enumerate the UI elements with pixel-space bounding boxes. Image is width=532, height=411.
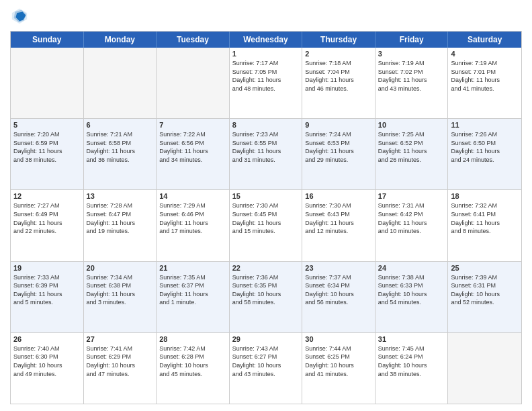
day-cell-24: 24Sunrise: 7:38 AM Sunset: 6:33 PM Dayli… — [375, 262, 449, 332]
day-details: Sunrise: 7:41 AM Sunset: 6:29 PM Dayligh… — [87, 345, 154, 378]
day-number: 28 — [159, 335, 226, 343]
day-cell-19: 19Sunrise: 7:33 AM Sunset: 6:39 PM Dayli… — [11, 262, 84, 332]
calendar-body: 1Sunrise: 7:17 AM Sunset: 7:05 PM Daylig… — [11, 48, 521, 404]
day-details: Sunrise: 7:45 AM Sunset: 6:24 PM Dayligh… — [378, 345, 445, 378]
day-cell-7: 7Sunrise: 7:22 AM Sunset: 6:56 PM Daylig… — [157, 119, 230, 189]
header-cell-saturday: Saturday — [448, 32, 521, 48]
day-details: Sunrise: 7:32 AM Sunset: 6:41 PM Dayligh… — [451, 201, 519, 235]
day-number: 27 — [87, 335, 154, 343]
day-cell-14: 14Sunrise: 7:29 AM Sunset: 6:46 PM Dayli… — [157, 190, 230, 261]
day-number: 5 — [13, 121, 81, 129]
day-details: Sunrise: 7:25 AM Sunset: 6:52 PM Dayligh… — [378, 130, 445, 164]
day-cell-5: 5Sunrise: 7:20 AM Sunset: 6:59 PM Daylig… — [11, 119, 84, 189]
day-details: Sunrise: 7:31 AM Sunset: 6:42 PM Dayligh… — [378, 201, 445, 235]
day-number: 19 — [13, 264, 81, 272]
day-details: Sunrise: 7:20 AM Sunset: 6:59 PM Dayligh… — [13, 130, 81, 164]
header-cell-sunday: Sunday — [11, 32, 84, 48]
day-number: 18 — [451, 192, 519, 200]
empty-cell-0-0 — [11, 48, 84, 118]
day-details: Sunrise: 7:35 AM Sunset: 6:37 PM Dayligh… — [159, 273, 226, 307]
day-details: Sunrise: 7:30 AM Sunset: 6:45 PM Dayligh… — [232, 201, 300, 235]
day-cell-4: 4Sunrise: 7:19 AM Sunset: 7:01 PM Daylig… — [448, 48, 521, 118]
day-cell-17: 17Sunrise: 7:31 AM Sunset: 6:42 PM Dayli… — [375, 190, 449, 261]
calendar-row-4: 26Sunrise: 7:40 AM Sunset: 6:30 PM Dayli… — [11, 333, 521, 404]
day-cell-15: 15Sunrise: 7:30 AM Sunset: 6:45 PM Dayli… — [230, 190, 303, 261]
day-number: 11 — [451, 121, 519, 129]
day-cell-6: 6Sunrise: 7:21 AM Sunset: 6:58 PM Daylig… — [84, 119, 157, 189]
day-details: Sunrise: 7:36 AM Sunset: 6:35 PM Dayligh… — [232, 273, 300, 307]
day-details: Sunrise: 7:30 AM Sunset: 6:43 PM Dayligh… — [305, 201, 372, 235]
day-cell-27: 27Sunrise: 7:41 AM Sunset: 6:29 PM Dayli… — [84, 333, 157, 404]
day-number: 25 — [451, 264, 519, 272]
day-cell-20: 20Sunrise: 7:34 AM Sunset: 6:38 PM Dayli… — [84, 262, 157, 332]
day-details: Sunrise: 7:43 AM Sunset: 6:27 PM Dayligh… — [232, 345, 300, 378]
day-number: 30 — [305, 335, 372, 343]
day-number: 12 — [13, 192, 81, 200]
day-details: Sunrise: 7:19 AM Sunset: 7:02 PM Dayligh… — [378, 59, 445, 93]
calendar-row-1: 5Sunrise: 7:20 AM Sunset: 6:59 PM Daylig… — [11, 119, 521, 190]
day-details: Sunrise: 7:38 AM Sunset: 6:33 PM Dayligh… — [378, 273, 445, 307]
day-number: 13 — [87, 192, 154, 200]
day-cell-28: 28Sunrise: 7:42 AM Sunset: 6:28 PM Dayli… — [157, 333, 230, 404]
day-number: 1 — [232, 50, 300, 58]
day-details: Sunrise: 7:34 AM Sunset: 6:38 PM Dayligh… — [87, 273, 154, 307]
day-number: 8 — [232, 121, 300, 129]
header-cell-monday: Monday — [84, 32, 157, 48]
day-number: 7 — [159, 121, 226, 129]
day-cell-26: 26Sunrise: 7:40 AM Sunset: 6:30 PM Dayli… — [11, 333, 84, 404]
day-cell-1: 1Sunrise: 7:17 AM Sunset: 7:05 PM Daylig… — [230, 48, 303, 118]
day-details: Sunrise: 7:24 AM Sunset: 6:53 PM Dayligh… — [305, 130, 372, 164]
day-number: 29 — [232, 335, 300, 343]
day-number: 2 — [305, 50, 372, 58]
day-details: Sunrise: 7:39 AM Sunset: 6:31 PM Dayligh… — [451, 273, 519, 307]
day-details: Sunrise: 7:40 AM Sunset: 6:30 PM Dayligh… — [13, 345, 81, 378]
day-details: Sunrise: 7:17 AM Sunset: 7:05 PM Dayligh… — [232, 59, 300, 93]
day-cell-13: 13Sunrise: 7:28 AM Sunset: 6:47 PM Dayli… — [84, 190, 157, 261]
day-cell-22: 22Sunrise: 7:36 AM Sunset: 6:35 PM Dayli… — [230, 262, 303, 332]
day-number: 16 — [305, 192, 372, 200]
day-cell-31: 31Sunrise: 7:45 AM Sunset: 6:24 PM Dayli… — [375, 333, 449, 404]
day-details: Sunrise: 7:26 AM Sunset: 6:50 PM Dayligh… — [451, 130, 519, 164]
page: SundayMondayTuesdayWednesdayThursdayFrid… — [0, 0, 532, 411]
day-number: 10 — [378, 121, 445, 129]
empty-cell-0-1 — [84, 48, 157, 118]
day-details: Sunrise: 7:22 AM Sunset: 6:56 PM Dayligh… — [159, 130, 226, 164]
empty-cell-0-2 — [157, 48, 230, 118]
day-cell-2: 2Sunrise: 7:18 AM Sunset: 7:04 PM Daylig… — [302, 48, 375, 118]
day-cell-30: 30Sunrise: 7:44 AM Sunset: 6:25 PM Dayli… — [302, 333, 375, 404]
day-cell-10: 10Sunrise: 7:25 AM Sunset: 6:52 PM Dayli… — [375, 119, 449, 189]
day-number: 4 — [451, 50, 519, 58]
day-details: Sunrise: 7:28 AM Sunset: 6:47 PM Dayligh… — [87, 201, 154, 235]
header-cell-friday: Friday — [375, 32, 449, 48]
day-number: 26 — [13, 335, 81, 343]
day-details: Sunrise: 7:33 AM Sunset: 6:39 PM Dayligh… — [13, 273, 81, 307]
day-details: Sunrise: 7:27 AM Sunset: 6:49 PM Dayligh… — [13, 201, 81, 235]
header-cell-tuesday: Tuesday — [157, 32, 230, 48]
day-details: Sunrise: 7:23 AM Sunset: 6:55 PM Dayligh… — [232, 130, 300, 164]
day-details: Sunrise: 7:29 AM Sunset: 6:46 PM Dayligh… — [159, 201, 226, 235]
day-cell-12: 12Sunrise: 7:27 AM Sunset: 6:49 PM Dayli… — [11, 190, 84, 261]
day-cell-16: 16Sunrise: 7:30 AM Sunset: 6:43 PM Dayli… — [302, 190, 375, 261]
day-number: 20 — [87, 264, 154, 272]
day-number: 31 — [378, 335, 445, 343]
day-cell-18: 18Sunrise: 7:32 AM Sunset: 6:41 PM Dayli… — [448, 190, 521, 261]
calendar: SundayMondayTuesdayWednesdayThursdayFrid… — [10, 31, 522, 404]
day-details: Sunrise: 7:42 AM Sunset: 6:28 PM Dayligh… — [159, 345, 226, 378]
day-number: 15 — [232, 192, 300, 200]
day-number: 23 — [305, 264, 372, 272]
day-cell-25: 25Sunrise: 7:39 AM Sunset: 6:31 PM Dayli… — [448, 262, 521, 332]
day-cell-9: 9Sunrise: 7:24 AM Sunset: 6:53 PM Daylig… — [302, 119, 375, 189]
day-cell-11: 11Sunrise: 7:26 AM Sunset: 6:50 PM Dayli… — [448, 119, 521, 189]
day-number: 14 — [159, 192, 226, 200]
day-details: Sunrise: 7:19 AM Sunset: 7:01 PM Dayligh… — [451, 59, 519, 93]
day-cell-3: 3Sunrise: 7:19 AM Sunset: 7:02 PM Daylig… — [375, 48, 449, 118]
calendar-row-3: 19Sunrise: 7:33 AM Sunset: 6:39 PM Dayli… — [11, 262, 521, 333]
day-cell-21: 21Sunrise: 7:35 AM Sunset: 6:37 PM Dayli… — [157, 262, 230, 332]
day-cell-8: 8Sunrise: 7:23 AM Sunset: 6:55 PM Daylig… — [230, 119, 303, 189]
day-details: Sunrise: 7:21 AM Sunset: 6:58 PM Dayligh… — [87, 130, 154, 164]
logo-icon — [10, 7, 29, 26]
header-cell-wednesday: Wednesday — [230, 32, 303, 48]
header-cell-thursday: Thursday — [302, 32, 375, 48]
day-details: Sunrise: 7:44 AM Sunset: 6:25 PM Dayligh… — [305, 345, 372, 378]
day-number: 24 — [378, 264, 445, 272]
